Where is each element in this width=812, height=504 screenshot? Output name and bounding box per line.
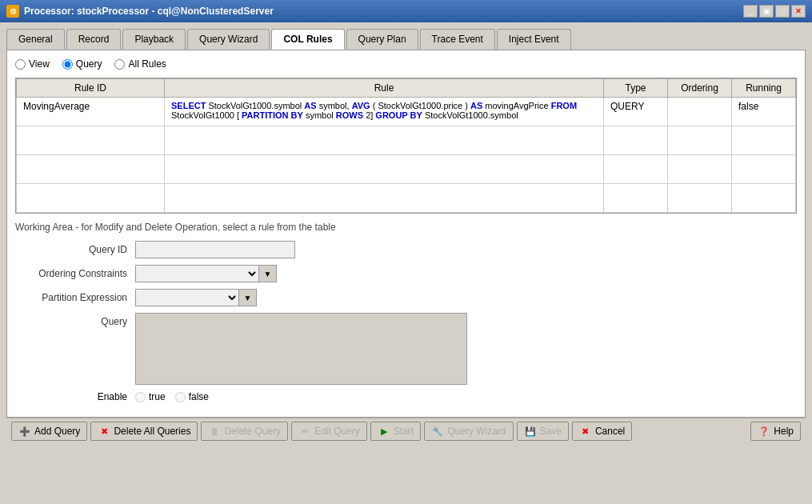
- bottom-bar: ➕ Add Query ✖ Delete All Queries 🗑 Delet…: [6, 418, 806, 444]
- partition-dropdown-btn[interactable]: ▼: [239, 289, 257, 306]
- radio-view-input[interactable]: [15, 59, 26, 70]
- radio-query-input[interactable]: [62, 59, 73, 70]
- cancel-button[interactable]: ✖ Cancel: [572, 422, 632, 441]
- save-button[interactable]: 💾 Save: [517, 422, 569, 441]
- tab-query-plan[interactable]: Query Plan: [346, 29, 418, 50]
- table-row[interactable]: [17, 184, 796, 213]
- rules-table: Rule ID Rule Type Ordering Running Movin…: [16, 78, 796, 213]
- radio-all-rules-label: All Rules: [128, 58, 166, 70]
- query-id-row: Query ID: [15, 241, 797, 258]
- cell-type-0: QUERY: [604, 98, 668, 126]
- query-id-input[interactable]: [135, 241, 295, 258]
- title-bar: ⚙ Processor: stockProcessor - cql@NonClu…: [0, 0, 812, 22]
- query-wizard-button[interactable]: 🔧 Query Wizard: [424, 422, 513, 441]
- save-icon: 💾: [524, 425, 537, 438]
- delete-all-queries-button[interactable]: ✖ Delete All Queries: [90, 422, 198, 441]
- rules-table-container: Rule ID Rule Type Ordering Running Movin…: [15, 78, 797, 214]
- radio-query-label: Query: [76, 58, 102, 70]
- radio-query[interactable]: Query: [62, 58, 102, 70]
- radio-view[interactable]: View: [15, 58, 50, 70]
- tab-inject-event[interactable]: Inject Event: [497, 29, 571, 50]
- help-label: Help: [774, 426, 794, 437]
- col-header-rule-id: Rule ID: [17, 79, 165, 98]
- sql-keyword: SELECT: [171, 101, 206, 110]
- cell-rule-id-3: [17, 184, 165, 213]
- edit-query-label: Edit Query: [314, 426, 360, 437]
- window-title: Processor: stockProcessor - cql@NonClust…: [24, 6, 274, 17]
- save-label: Save: [540, 426, 562, 437]
- working-area: Working Area - for Modify and Delete Ope…: [15, 222, 797, 402]
- add-query-icon: ➕: [18, 425, 31, 438]
- edit-query-icon: ✏: [298, 425, 311, 438]
- radio-all-rules-input[interactable]: [114, 59, 125, 70]
- close-btn[interactable]: ✕: [791, 5, 806, 18]
- ordering-constraints-row: Ordering Constraints ▼: [15, 265, 797, 282]
- cell-rule-id-0: MovingAverage: [17, 98, 165, 126]
- ordering-constraints-select[interactable]: [135, 265, 259, 282]
- cell-type-1: [604, 126, 668, 155]
- radio-group: View Query All Rules: [15, 58, 797, 70]
- maximize-btn[interactable]: □: [775, 5, 790, 18]
- cell-rule-3: [165, 184, 604, 213]
- cell-rule-0: SELECT StockVolGt1000.symbol AS symbol, …: [165, 98, 604, 126]
- app-icon: ⚙: [6, 5, 19, 18]
- start-label: Start: [394, 426, 414, 437]
- enable-false-option[interactable]: false: [175, 391, 209, 402]
- tab-query-wizard[interactable]: Query Wizard: [187, 29, 270, 50]
- cell-rule-1: [165, 126, 604, 155]
- restore-btn[interactable]: ▣: [759, 5, 774, 18]
- enable-true-option[interactable]: true: [135, 391, 166, 402]
- enable-label: Enable: [15, 391, 135, 402]
- cancel-icon: ✖: [579, 425, 592, 438]
- add-query-label: Add Query: [34, 426, 80, 437]
- col-header-type: Type: [604, 79, 668, 98]
- cancel-label: Cancel: [595, 426, 625, 437]
- enable-true-radio[interactable]: [135, 392, 146, 402]
- cell-rule-2: [165, 155, 604, 184]
- enable-row: Enable true false: [15, 391, 797, 402]
- minimize-btn[interactable]: _: [743, 5, 758, 18]
- cell-ordering-0: [668, 98, 732, 126]
- ordering-select-container: ▼: [135, 265, 277, 282]
- tab-cql-rules[interactable]: COL Rules: [271, 29, 344, 50]
- main-window: General Record Playback Query Wizard COL…: [0, 22, 812, 447]
- tab-trace-event[interactable]: Trace Event: [420, 29, 495, 50]
- cell-ordering-3: [668, 184, 732, 213]
- help-icon: ❓: [758, 425, 770, 438]
- radio-all-rules[interactable]: All Rules: [114, 58, 166, 70]
- delete-query-button[interactable]: 🗑 Delete Query: [201, 422, 288, 441]
- enable-false-radio[interactable]: [175, 392, 186, 402]
- query-wizard-label: Query Wizard: [447, 426, 506, 437]
- edit-query-button[interactable]: ✏ Edit Query: [291, 422, 367, 441]
- tab-record[interactable]: Record: [66, 29, 122, 50]
- query-textarea[interactable]: [135, 313, 467, 385]
- cell-rule-id-2: [17, 155, 165, 184]
- table-row[interactable]: MovingAverage SELECT StockVolGt1000.symb…: [17, 98, 796, 126]
- add-query-button[interactable]: ➕ Add Query: [11, 422, 87, 441]
- partition-expression-select[interactable]: [135, 289, 239, 306]
- radio-view-label: View: [29, 58, 50, 70]
- delete-query-icon: 🗑: [208, 425, 221, 438]
- start-icon: ▶: [378, 425, 390, 438]
- help-button[interactable]: ❓ Help: [750, 422, 801, 441]
- cell-running-2: [732, 155, 796, 184]
- enable-options: true false: [135, 391, 209, 402]
- ordering-dropdown-btn[interactable]: ▼: [259, 265, 277, 282]
- col-header-ordering: Ordering: [668, 79, 732, 98]
- delete-query-label: Delete Query: [224, 426, 281, 437]
- content-area: View Query All Rules Rule ID Rule Type: [6, 50, 806, 418]
- tab-playback[interactable]: Playback: [122, 29, 186, 50]
- cell-rule-id-1: [17, 126, 165, 155]
- delete-all-icon: ✖: [98, 425, 110, 438]
- table-row[interactable]: [17, 126, 796, 155]
- table-row[interactable]: [17, 155, 796, 184]
- enable-true-label: true: [149, 391, 166, 402]
- col-header-rule: Rule: [165, 79, 604, 98]
- start-button[interactable]: ▶ Start: [370, 422, 421, 441]
- query-label: Query: [15, 313, 135, 327]
- ordering-constraints-label: Ordering Constraints: [15, 268, 135, 279]
- tabs-bar: General Record Playback Query Wizard COL…: [3, 26, 809, 50]
- query-row: Query: [15, 313, 797, 385]
- window-controls: _ ▣ □ ✕: [743, 5, 806, 18]
- tab-general[interactable]: General: [6, 29, 65, 50]
